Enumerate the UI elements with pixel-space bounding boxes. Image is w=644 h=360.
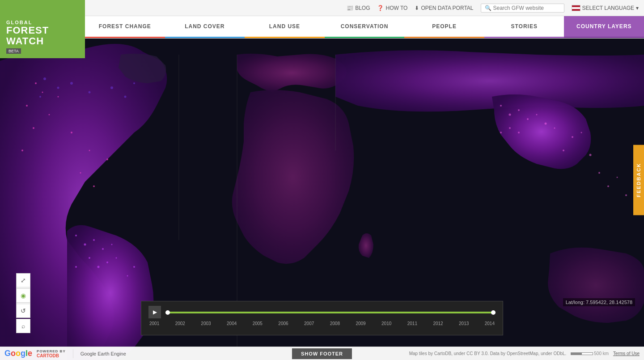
blog-link[interactable]: 📰 BLOG xyxy=(347,5,370,11)
svg-point-49 xyxy=(70,82,73,85)
share-button[interactable]: ⤢ xyxy=(16,273,30,287)
svg-point-39 xyxy=(581,132,582,133)
nav-forest-change[interactable]: FOREST CHANGE xyxy=(85,16,165,38)
year-label-2012: 2012 xyxy=(433,321,443,326)
year-label-2001: 2001 xyxy=(149,321,159,326)
logo-beta: BETA xyxy=(6,48,21,54)
chevron-down-icon: ▾ xyxy=(636,5,639,11)
svg-point-18 xyxy=(93,239,95,241)
year-label-2006: 2006 xyxy=(278,321,288,326)
svg-point-31 xyxy=(527,118,529,120)
year-label-2002: 2002 xyxy=(175,321,185,326)
language-selector[interactable]: SELECT LANGUAGE ▾ xyxy=(572,5,639,11)
search-box[interactable]: 🔍 xyxy=(481,4,564,13)
footer-bar: Google POWERED BY CARTODB Google Earth E… xyxy=(0,347,644,360)
svg-point-7 xyxy=(49,114,50,116)
timeline-play-row: ▶ xyxy=(148,306,496,318)
logo-forest: FOREST WATCH xyxy=(6,25,49,47)
svg-point-45 xyxy=(625,194,627,196)
play-icon: ▶ xyxy=(153,309,157,315)
year-label-2007: 2007 xyxy=(304,321,314,326)
svg-point-14 xyxy=(80,172,81,174)
timeline: ▶ 20012002200320042005200620072008200920… xyxy=(141,301,503,335)
svg-point-25 xyxy=(75,266,77,268)
year-label-2003: 2003 xyxy=(201,321,211,326)
year-labels: 2001200220032004200520062007200820092010… xyxy=(148,321,496,326)
latlong-display: Lat/long: 7.595422, 28.142578 xyxy=(563,298,635,306)
svg-point-17 xyxy=(84,244,86,246)
slider-left-handle[interactable] xyxy=(165,310,170,315)
nav-country-layers[interactable]: COUNTRY LAYERS xyxy=(564,16,644,38)
svg-point-53 xyxy=(133,82,135,84)
timeline-container: ▶ 20012002200320042005200620072008200920… xyxy=(141,301,503,335)
svg-point-43 xyxy=(607,185,609,187)
map-tools: ⤢ ◉ ↺ ⌕ xyxy=(16,273,30,333)
footer-logos: Google POWERED BY CARTODB Google Earth E… xyxy=(0,349,131,358)
svg-point-52 xyxy=(110,86,113,89)
svg-point-42 xyxy=(598,172,600,174)
year-label-2011: 2011 xyxy=(407,321,417,326)
nav-people[interactable]: PEOPLE xyxy=(404,16,484,38)
svg-point-35 xyxy=(518,132,520,133)
eye-button[interactable]: ◉ xyxy=(16,288,30,303)
nav-stories[interactable]: STORIES xyxy=(484,16,564,38)
logo[interactable]: GLOBAL FOREST WATCH BETA xyxy=(0,0,85,58)
svg-point-16 xyxy=(75,235,77,236)
year-label-2008: 2008 xyxy=(330,321,340,326)
svg-point-27 xyxy=(127,275,128,277)
svg-point-11 xyxy=(71,132,72,133)
search-input[interactable] xyxy=(493,5,560,11)
scale-bar-graphic xyxy=(571,352,593,355)
timeline-slider[interactable] xyxy=(165,312,496,313)
nav-land-use[interactable]: LAND USE xyxy=(245,16,325,38)
svg-point-38 xyxy=(572,136,573,138)
show-footer-button[interactable]: SHOW FOOTER xyxy=(292,348,352,359)
svg-point-41 xyxy=(589,154,592,156)
svg-point-51 xyxy=(89,91,91,94)
feedback-button[interactable]: FEEDBACK xyxy=(633,145,644,215)
eye-icon: ◉ xyxy=(21,292,26,299)
svg-point-33 xyxy=(509,127,511,129)
svg-point-20 xyxy=(111,244,113,245)
svg-point-23 xyxy=(106,261,108,263)
svg-point-9 xyxy=(58,96,59,98)
refresh-button[interactable]: ↺ xyxy=(16,304,30,318)
svg-point-40 xyxy=(563,150,564,151)
scale-bar: 500 km xyxy=(571,351,609,356)
search-map-button[interactable]: ⌕ xyxy=(16,319,30,333)
svg-point-10 xyxy=(21,150,23,151)
open-data-link[interactable]: ⬇ OPEN DATA PORTAL xyxy=(415,5,473,11)
svg-point-26 xyxy=(133,266,135,268)
svg-point-24 xyxy=(116,257,117,259)
powered-by-text: POWERED BY CARTODB xyxy=(37,349,66,358)
year-label-2014: 2014 xyxy=(485,321,495,326)
howto-link[interactable]: ❓ HOW TO xyxy=(377,5,407,11)
google-logo: Google xyxy=(4,349,32,358)
nav-land-cover[interactable]: LAND COVER xyxy=(165,16,245,38)
svg-point-15 xyxy=(93,185,95,187)
year-label-2005: 2005 xyxy=(253,321,263,326)
play-button[interactable]: ▶ xyxy=(148,306,161,318)
year-label-2004: 2004 xyxy=(227,321,237,326)
divider xyxy=(73,349,73,358)
share-icon: ⤢ xyxy=(21,277,26,284)
topbar: ⌂ ⊞ 📰 BLOG ❓ HOW TO ⬇ OPEN DATA PORTAL 🔍… xyxy=(0,0,644,16)
svg-point-47 xyxy=(43,77,46,80)
terms-link[interactable]: Terms of Use xyxy=(613,351,640,356)
flag-icon xyxy=(572,5,580,11)
feedback-wrapper: FEEDBACK xyxy=(633,145,644,215)
refresh-icon: ↺ xyxy=(21,307,26,314)
svg-point-36 xyxy=(554,128,555,129)
svg-point-37 xyxy=(500,132,502,133)
earth-engine-label: Google Earth Engine xyxy=(80,351,126,356)
svg-point-34 xyxy=(545,123,547,125)
magnify-icon: ⌕ xyxy=(21,322,25,330)
svg-point-21 xyxy=(89,257,90,259)
slider-right-handle[interactable] xyxy=(491,310,496,315)
svg-point-6 xyxy=(26,105,28,107)
year-label-2013: 2013 xyxy=(459,321,469,326)
year-label-2009: 2009 xyxy=(356,321,365,326)
nav-conservation[interactable]: CONSERVATION xyxy=(325,16,405,38)
svg-point-13 xyxy=(106,159,108,160)
svg-point-5 xyxy=(42,92,43,93)
